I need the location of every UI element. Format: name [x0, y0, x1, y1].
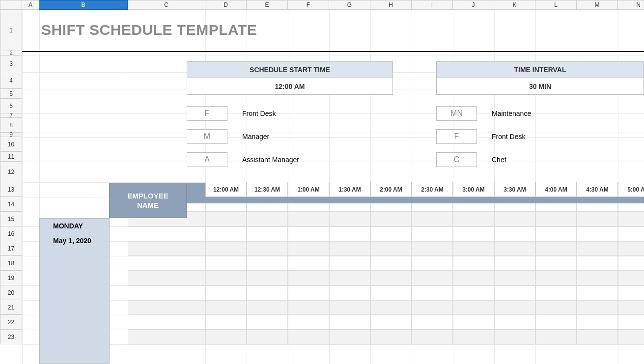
schedule-cell[interactable]	[370, 300, 412, 315]
col-header-K[interactable]: K	[494, 0, 535, 10]
schedule-cell[interactable]	[577, 285, 618, 300]
row-header-17[interactable]: 17	[0, 241, 22, 256]
schedule-cell[interactable]	[494, 241, 535, 256]
schedule-cell[interactable]	[370, 271, 412, 285]
schedule-cell[interactable]	[618, 330, 644, 344]
row-header-16[interactable]: 16	[0, 226, 22, 241]
schedule-cell[interactable]	[577, 330, 618, 344]
row-header-10[interactable]: 10	[0, 137, 22, 152]
schedule-cell[interactable]	[618, 226, 644, 241]
schedule-cell[interactable]	[412, 330, 453, 344]
schedule-cell[interactable]	[494, 315, 535, 330]
row-header-3[interactable]: 3	[0, 56, 22, 72]
col-header-N[interactable]: N	[618, 0, 644, 10]
col-header-H[interactable]: H	[370, 0, 412, 10]
schedule-cell[interactable]	[205, 271, 247, 285]
row-header-19[interactable]: 19	[0, 271, 22, 285]
schedule-cell[interactable]	[370, 226, 412, 241]
schedule-cell[interactable]	[412, 271, 453, 285]
schedule-cell[interactable]	[288, 256, 329, 271]
schedule-cell[interactable]	[618, 271, 644, 285]
schedule-start-value[interactable]: 12:00 AM	[187, 78, 393, 95]
schedule-cell[interactable]	[205, 285, 247, 300]
schedule-cell[interactable]	[577, 256, 618, 271]
schedule-cell[interactable]	[618, 315, 644, 330]
col-header-E[interactable]: E	[247, 0, 288, 10]
schedule-cell[interactable]	[494, 256, 535, 271]
schedule-cell[interactable]	[205, 212, 247, 226]
select-all-corner[interactable]	[0, 0, 22, 10]
employee-name-cell[interactable]	[128, 300, 205, 315]
row-header-7[interactable]: 7	[0, 113, 22, 118]
schedule-cell[interactable]	[577, 300, 618, 315]
schedule-cell[interactable]	[288, 226, 329, 241]
schedule-cell[interactable]	[329, 256, 370, 271]
row-header-2[interactable]: 2	[0, 51, 22, 56]
schedule-cell[interactable]	[453, 330, 494, 344]
employee-name-cell[interactable]	[128, 285, 205, 300]
schedule-cell[interactable]	[247, 285, 288, 300]
schedule-cell[interactable]	[329, 241, 370, 256]
employee-name-cell[interactable]	[128, 256, 205, 271]
row-header-4[interactable]: 4	[0, 72, 22, 89]
row-header-15[interactable]: 15	[0, 212, 22, 226]
employee-name-cell[interactable]	[128, 241, 205, 256]
schedule-cell[interactable]	[412, 241, 453, 256]
schedule-cell[interactable]	[370, 285, 412, 300]
schedule-cell[interactable]	[329, 212, 370, 226]
schedule-cell[interactable]	[205, 330, 247, 344]
schedule-cell[interactable]	[412, 300, 453, 315]
schedule-cell[interactable]	[618, 285, 644, 300]
schedule-cell[interactable]	[453, 285, 494, 300]
row-header-5[interactable]: 5	[0, 89, 22, 99]
schedule-cell[interactable]	[205, 315, 247, 330]
schedule-cell[interactable]	[247, 241, 288, 256]
row-header-22[interactable]: 22	[0, 315, 22, 330]
legend-code[interactable]: M	[187, 129, 227, 144]
schedule-cell[interactable]	[453, 315, 494, 330]
schedule-cell[interactable]	[370, 212, 412, 226]
col-header-F[interactable]: F	[288, 0, 329, 10]
schedule-cell[interactable]	[412, 226, 453, 241]
col-header-I[interactable]: I	[412, 0, 453, 10]
row-header-9[interactable]: 9	[0, 133, 22, 137]
col-header-G[interactable]: G	[329, 0, 370, 10]
row-header-21[interactable]: 21	[0, 300, 22, 315]
schedule-cell[interactable]	[453, 300, 494, 315]
schedule-cell[interactable]	[247, 226, 288, 241]
row-header-14[interactable]: 14	[0, 197, 22, 212]
legend-code[interactable]: F	[187, 106, 227, 121]
row-header-8[interactable]: 8	[0, 118, 22, 133]
legend-code[interactable]: A	[187, 152, 227, 167]
schedule-cell[interactable]	[288, 330, 329, 344]
row-header-12[interactable]: 12	[0, 162, 22, 182]
row-header-6[interactable]: 6	[0, 99, 22, 113]
schedule-cell[interactable]	[494, 300, 535, 315]
schedule-cell[interactable]	[577, 212, 618, 226]
schedule-cell[interactable]	[618, 300, 644, 315]
col-header-L[interactable]: L	[535, 0, 577, 10]
schedule-cell[interactable]	[535, 315, 577, 330]
schedule-cell[interactable]	[412, 256, 453, 271]
schedule-cell[interactable]	[494, 226, 535, 241]
schedule-cell[interactable]	[288, 300, 329, 315]
schedule-cell[interactable]	[288, 315, 329, 330]
schedule-cell[interactable]	[329, 330, 370, 344]
row-header-20[interactable]: 20	[0, 285, 22, 300]
legend-code[interactable]: F	[436, 129, 477, 144]
employee-name-cell[interactable]	[128, 315, 205, 330]
schedule-cell[interactable]	[453, 256, 494, 271]
schedule-cell[interactable]	[329, 315, 370, 330]
col-header-J[interactable]: J	[453, 0, 494, 10]
schedule-cell[interactable]	[288, 285, 329, 300]
schedule-cell[interactable]	[494, 285, 535, 300]
schedule-cell[interactable]	[247, 315, 288, 330]
schedule-cell[interactable]	[494, 271, 535, 285]
schedule-cell[interactable]	[535, 212, 577, 226]
schedule-cell[interactable]	[247, 300, 288, 315]
schedule-cell[interactable]	[370, 256, 412, 271]
schedule-cell[interactable]	[535, 241, 577, 256]
schedule-cell[interactable]	[412, 285, 453, 300]
row-header-23[interactable]: 23	[0, 330, 22, 344]
schedule-cell[interactable]	[370, 315, 412, 330]
